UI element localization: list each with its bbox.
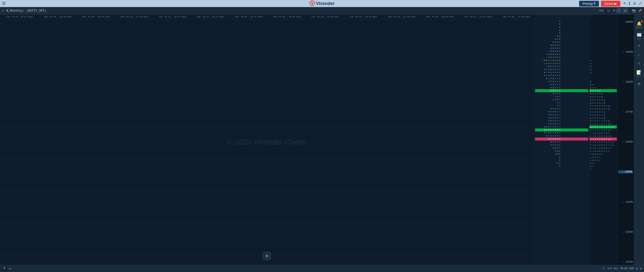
- time-label-6: 22D: 01-12...30-12-2022: [191, 16, 230, 18]
- sidebar-item-square[interactable]: ☐: [638, 52, 640, 57]
- mp-row: L M N O P R S: [535, 53, 588, 56]
- fullscreen-icon[interactable]: ⤢: [639, 1, 642, 6]
- mp-row: D E G H I J: [535, 119, 588, 122]
- time-label-8: 20D: 01-02...28-02-2023: [268, 16, 306, 18]
- zoom-plus-button[interactable]: +: [623, 8, 628, 13]
- time-label-14: 22D: 01-08...31-08-2023: [497, 16, 535, 18]
- crosshair-button[interactable]: ⊕: [263, 252, 271, 260]
- menu-icon[interactable]: ≡: [623, 1, 626, 6]
- mp-right-row: A: [589, 68, 617, 71]
- grid-view-icon-1[interactable]: ⊞: [636, 266, 638, 271]
- price-19300: — 19300: [618, 231, 633, 233]
- right-sidebar: 🔔 Alerts 📰 News ≡ ☐ ≡ 📝 Notes ⊞: [634, 19, 644, 265]
- mp-right-row: [589, 26, 617, 29]
- mp-right-row: B C D G I J K P Q: [589, 119, 617, 122]
- mp-right-row: B C D I J K L O P Q U: [589, 125, 617, 128]
- bottom-bar: M ⋯ U Vol Qty 70.87.228 ⊞ ⊞: [0, 265, 644, 272]
- mp-row: B C D E F H: [535, 138, 588, 141]
- mp-right-row: J M R S V: [589, 156, 617, 159]
- mp-row: L M N O P R S U ●: [535, 59, 588, 62]
- sidebar-item-alerts[interactable]: 🔔 Alerts: [636, 21, 642, 28]
- mp-row: B C D E F G H I: [535, 128, 588, 131]
- mp-right-row: B C D I J K L P Q U: [589, 122, 617, 125]
- mp-right-row: B C D G H I Q: [589, 113, 617, 116]
- chart-title: N_Monthly: (NIFTY_SPT): [7, 9, 46, 13]
- mp-right-row: B E F G H Q: [589, 95, 617, 98]
- mp-right-row: C J K M N R S T V: [589, 150, 617, 153]
- sidebar-item-lines[interactable]: ≡: [638, 61, 640, 66]
- zoom-minus-button[interactable]: −: [616, 8, 621, 13]
- mp-row: K S T U: [535, 92, 588, 95]
- vol-qty-label: Vol Qty: [608, 267, 618, 270]
- time-label-2: 20D: 01-08...30-08-2022: [39, 16, 77, 18]
- mp-right-row: V: [589, 168, 617, 171]
- alerts-label: Alerts: [636, 26, 642, 28]
- mp-row: K Q S T U: [535, 86, 588, 89]
- mp-right-row: B E F G H I Q: [589, 101, 617, 104]
- price-axis: 20000 — 19900 — 19800 — 19700 — 19600 — …: [617, 19, 634, 265]
- mp-right-row: B G: [589, 83, 617, 86]
- price-19200: — 19200: [618, 261, 633, 263]
- time-label-13: 21D: 03-07...31-07-2023: [459, 16, 497, 18]
- vol-qty-value: 70.87.228: [620, 267, 634, 270]
- info-icon[interactable]: ℹ: [629, 1, 630, 6]
- mp-row: A: [535, 159, 588, 162]
- mp-right-row: R V: [589, 162, 617, 165]
- lines-icon: ≡: [638, 61, 640, 66]
- screenshot-icon[interactable]: 📷: [632, 9, 636, 13]
- notes-label: Notes: [636, 75, 642, 77]
- market-profile-panel: N N N N N N O N O S M N O S M N O R S M …: [534, 19, 589, 265]
- sidebar-item-news[interactable]: 📰 News: [637, 32, 642, 40]
- mp-row: D E G H I J: [535, 113, 588, 116]
- second-bar: ← N_Monthly: (NIFTY_SPT) TPO 12 ▼ − + 📷 …: [0, 7, 644, 15]
- mp-row: A: [535, 156, 588, 159]
- mp-right-row: C J K L M N P S T U V: [589, 144, 617, 147]
- mp-right-row: B E F G H Q: [589, 92, 617, 95]
- settings-icon[interactable]: ⚙: [633, 1, 636, 6]
- mp-row: K L M O P R S U: [535, 68, 588, 71]
- more-options-button[interactable]: ⋯: [9, 266, 12, 271]
- sidebar-item-list[interactable]: ≡: [638, 44, 640, 48]
- time-label-10: 17D: 03-04...28-04-2023: [344, 16, 383, 18]
- mp-row: ● A: [535, 162, 588, 165]
- mp-row: A B C E F: [535, 144, 588, 147]
- price-20000: 20000: [618, 21, 633, 23]
- time-label-9: 21D: 01-03...31-03-2023: [306, 16, 344, 18]
- mp-row: L M N O P R S U: [535, 62, 588, 65]
- mp-right-row: [589, 77, 617, 80]
- time-label-4: 19D: 03-10...31-10-2022: [115, 16, 153, 18]
- mp-right-row: B C D E F G H I Q: [589, 104, 617, 107]
- mp-right-row: [589, 32, 617, 35]
- tpo-dropdown[interactable]: ▼: [613, 9, 615, 12]
- logo-area: ⓥ Vtrender: [309, 0, 335, 7]
- mp-row: J K T: [535, 95, 588, 98]
- time-label-5: 21D: 01-11...30-11-2022: [153, 16, 191, 18]
- mp-row: M N O R S: [535, 47, 588, 50]
- grid-view-icon-2[interactable]: ⊞: [640, 266, 642, 271]
- mp-row: N: [535, 29, 588, 32]
- sidebar-item-grid[interactable]: ⊞: [638, 81, 640, 86]
- hamburger-icon[interactable]: ☰: [2, 1, 6, 6]
- chart-area[interactable]: © 2023 Vtrender Charts ⊕: [0, 19, 534, 265]
- mp-right-row: B E F G H I Q: [589, 98, 617, 101]
- mp-row: K Q S T U: [535, 89, 588, 92]
- mp-rows-right: A A A A A B B G B F G B E F G H B E F G …: [589, 20, 617, 171]
- mp-right-row: J M R S V: [589, 159, 617, 162]
- time-label-3: 22D: 01-09...30-09-2022: [77, 16, 115, 18]
- mp-right-row: A: [589, 71, 617, 74]
- mp-rows-left: N N N N N N O N O S M N O S M N O R S M …: [534, 20, 589, 168]
- pricing-button[interactable]: Pricing ₹: [579, 1, 599, 7]
- logo-icon: ⓥ: [309, 0, 315, 7]
- mp-right-row: [589, 23, 617, 26]
- pin-icon[interactable]: 📌: [638, 9, 642, 13]
- m-button[interactable]: M: [2, 267, 7, 271]
- mp-right-row: A: [589, 59, 617, 62]
- mp-right-row: [589, 20, 617, 23]
- demo-button[interactable]: Demo ▶: [601, 1, 620, 7]
- mp-right-row: C J K L N O P Q U V: [589, 134, 617, 138]
- sidebar-item-notes[interactable]: 📝 Notes: [636, 70, 642, 77]
- back-button[interactable]: ←: [2, 9, 5, 13]
- top-bar-right: Pricing ₹ Demo ▶ ≡ ℹ ⚙ ⤢: [579, 1, 642, 7]
- price-19600: — 19600: [618, 141, 633, 143]
- price-19800: — 19800: [618, 81, 633, 83]
